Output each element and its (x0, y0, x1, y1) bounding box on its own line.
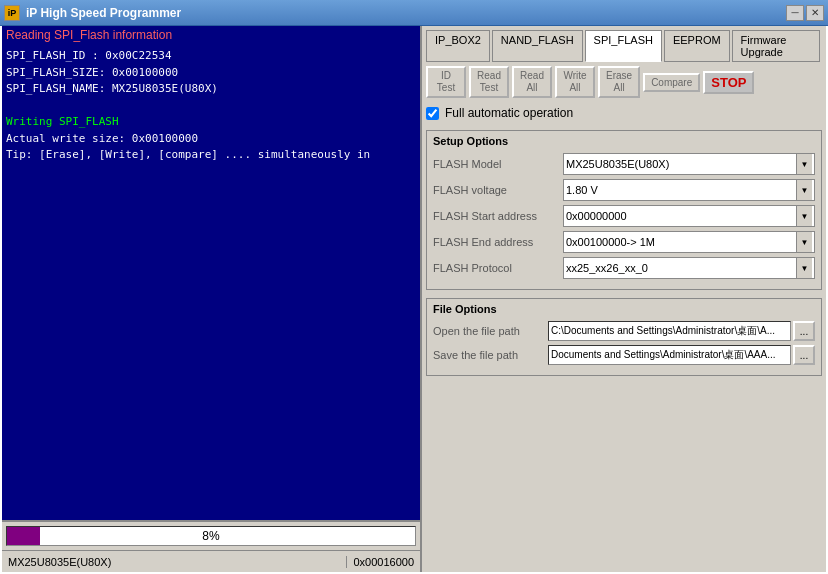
progress-area: 8% (2, 520, 420, 550)
flash-start-value: 0x00000000 (566, 210, 627, 222)
close-button[interactable]: ✕ (806, 5, 824, 21)
log-header-text: Reading SPI_Flash information (6, 28, 172, 42)
flash-model-row: FLASH Model MX25U8035E(U80X) ▼ (433, 153, 815, 175)
read-all-button[interactable]: Read All (512, 66, 552, 98)
tab-nand-flash[interactable]: NAND_FLASH (492, 30, 583, 62)
flash-protocol-arrow: ▼ (796, 258, 812, 278)
open-file-row: Open the file path C:\Documents and Sett… (433, 321, 815, 341)
log-line-3: SPI_FLASH_NAME: MX25U8035E(U80X) (6, 81, 416, 98)
flash-end-label: FLASH End address (433, 236, 563, 248)
flash-end-arrow: ▼ (796, 232, 812, 252)
log-line-7: Tip: [Erase], [Write], [compare] .... si… (6, 147, 416, 164)
flash-voltage-label: FLASH voltage (433, 184, 563, 196)
open-file-path: C:\Documents and Settings\Administrator\… (548, 321, 791, 341)
auto-operation-label: Full automatic operation (445, 106, 573, 120)
flash-start-label: FLASH Start address (433, 210, 563, 222)
flash-start-row: FLASH Start address 0x00000000 ▼ (433, 205, 815, 227)
tab-spi-flash[interactable]: SPI_FLASH (585, 30, 662, 62)
flash-voltage-arrow: ▼ (796, 180, 812, 200)
flash-start-arrow: ▼ (796, 206, 812, 226)
flash-voltage-select[interactable]: 1.80 V ▼ (563, 179, 815, 201)
toolbar: ID Test Read Test Read All Write All Era… (426, 66, 822, 98)
log-line-4 (6, 98, 416, 115)
save-file-browse-button[interactable]: ... (793, 345, 815, 365)
flash-model-label: FLASH Model (433, 158, 563, 170)
progress-bar-container: 8% (6, 526, 416, 546)
log-line-5: Writing SPI_FLASH (6, 114, 416, 131)
flash-end-select[interactable]: 0x00100000-> 1M ▼ (563, 231, 815, 253)
log-line-6: Actual write size: 0x00100000 (6, 131, 416, 148)
tab-eeprom[interactable]: EEPROM (664, 30, 730, 62)
left-panel: Reading SPI_Flash information SPI_FLASH_… (2, 26, 422, 572)
window-controls: ─ ✕ (786, 5, 824, 21)
flash-model-value: MX25U8035E(U80X) (566, 158, 669, 170)
flash-start-select[interactable]: 0x00000000 ▼ (563, 205, 815, 227)
flash-end-value: 0x00100000-> 1M (566, 236, 655, 248)
erase-all-button[interactable]: Erase All (598, 66, 640, 98)
title-bar: iP iP High Speed Programmer ─ ✕ (0, 0, 828, 26)
flash-model-select[interactable]: MX25U8035E(U80X) ▼ (563, 153, 815, 175)
flash-protocol-select[interactable]: xx25_xx26_xx_0 ▼ (563, 257, 815, 279)
flash-voltage-row: FLASH voltage 1.80 V ▼ (433, 179, 815, 201)
auto-operation-checkbox[interactable] (426, 107, 439, 120)
flash-end-row: FLASH End address 0x00100000-> 1M ▼ (433, 231, 815, 253)
stop-button[interactable]: STOP (703, 71, 754, 94)
setup-options-group: Setup Options FLASH Model MX25U8035E(U80… (426, 130, 822, 290)
file-options-title: File Options (433, 303, 815, 315)
status-left: MX25U8035E(U80X) (2, 556, 347, 568)
right-panel: IP_BOX2 NAND_FLASH SPI_FLASH EEPROM Firm… (422, 26, 826, 572)
tab-firmware-upgrade[interactable]: Firmware Upgrade (732, 30, 820, 62)
log-line-2: SPI_FLASH_SIZE: 0x00100000 (6, 65, 416, 82)
save-file-label: Save the file path (433, 349, 548, 361)
minimize-button[interactable]: ─ (786, 5, 804, 21)
log-header: Reading SPI_Flash information (2, 26, 420, 44)
flash-voltage-value: 1.80 V (566, 184, 598, 196)
flash-protocol-label: FLASH Protocol (433, 262, 563, 274)
file-options-group: File Options Open the file path C:\Docum… (426, 298, 822, 376)
write-all-button[interactable]: Write All (555, 66, 595, 98)
setup-options-title: Setup Options (433, 135, 815, 147)
app-icon: iP (4, 5, 20, 21)
log-line-1: SPI_FLASH_ID : 0x00C22534 (6, 48, 416, 65)
flash-protocol-value: xx25_xx26_xx_0 (566, 262, 648, 274)
read-test-button[interactable]: Read Test (469, 66, 509, 98)
flash-model-arrow: ▼ (796, 154, 812, 174)
save-file-row: Save the file path Documents and Setting… (433, 345, 815, 365)
status-right: 0x00016000 (347, 556, 420, 568)
tab-bar: IP_BOX2 NAND_FLASH SPI_FLASH EEPROM Firm… (426, 30, 822, 62)
log-content: SPI_FLASH_ID : 0x00C22534 SPI_FLASH_SIZE… (2, 44, 420, 520)
compare-button[interactable]: Compare (643, 73, 700, 92)
save-file-path: Documents and Settings\Administrator\桌面\… (548, 345, 791, 365)
open-file-label: Open the file path (433, 325, 548, 337)
open-file-browse-button[interactable]: ... (793, 321, 815, 341)
main-window: Reading SPI_Flash information SPI_FLASH_… (0, 26, 828, 574)
auto-operation-row: Full automatic operation (426, 104, 822, 122)
id-test-button[interactable]: ID Test (426, 66, 466, 98)
flash-protocol-row: FLASH Protocol xx25_xx26_xx_0 ▼ (433, 257, 815, 279)
status-bar: MX25U8035E(U80X) 0x00016000 (2, 550, 420, 572)
tab-ip-box2[interactable]: IP_BOX2 (426, 30, 490, 62)
window-title: iP High Speed Programmer (26, 6, 786, 20)
progress-label: 8% (7, 527, 415, 545)
